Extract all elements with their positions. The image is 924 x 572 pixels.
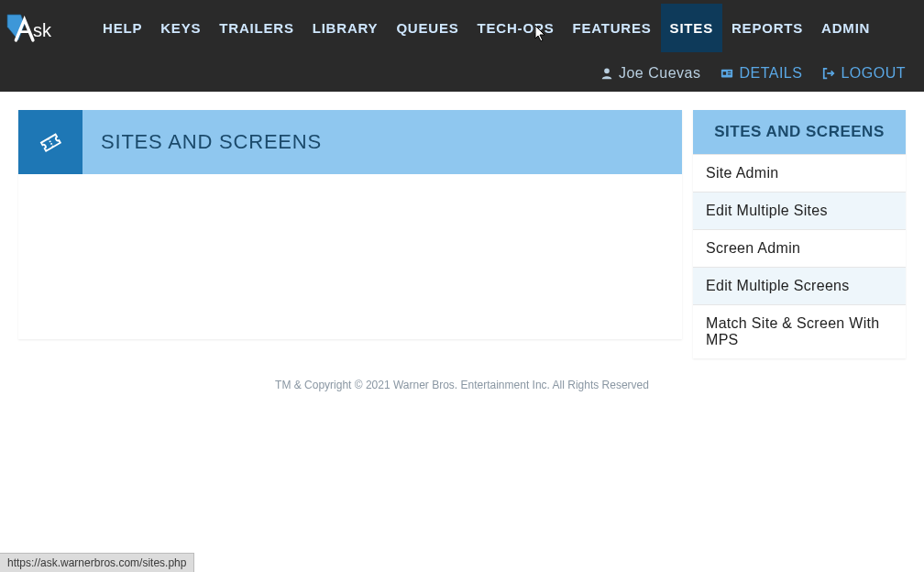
user-icon [600, 67, 613, 80]
side-item-site-admin[interactable]: Site Admin [693, 154, 906, 192]
nav-admin[interactable]: ADMIN [812, 4, 879, 52]
main-panel-header: SITES AND SCREENS [18, 110, 682, 174]
nav-queues[interactable]: QUEUES [387, 4, 468, 52]
top-bar: sk HELPKEYSTRAILERSLIBRARYQUEUESTECH-OPS… [0, 0, 924, 92]
main-panel-title: SITES AND SCREENS [82, 110, 322, 174]
user-row: Joe Cuevas DETAILS LOGOUT [0, 55, 924, 92]
id-card-icon [720, 67, 733, 80]
side-item-screen-admin[interactable]: Screen Admin [693, 229, 906, 267]
nav-tech-ops[interactable]: TECH-OPS [468, 4, 564, 52]
side-panel-title: SITES AND SCREENS [693, 110, 906, 154]
details-link[interactable]: DETAILS [720, 65, 802, 82]
ticket-icon [18, 110, 82, 174]
logout-link[interactable]: LOGOUT [822, 65, 906, 82]
browser-status-bar: https://ask.warnerbros.com/sites.php [0, 553, 194, 572]
nav-library[interactable]: LIBRARY [303, 4, 388, 52]
svg-line-7 [49, 138, 53, 147]
nav-reports[interactable]: REPORTS [722, 4, 812, 52]
logout-icon [822, 67, 835, 80]
app-logo[interactable]: sk [4, 5, 77, 50]
main-panel: SITES AND SCREENS [18, 110, 682, 339]
nav-sites[interactable]: SITES [661, 4, 722, 52]
nav-row: sk HELPKEYSTRAILERSLIBRARYQUEUESTECH-OPS… [0, 0, 924, 55]
nav-features[interactable]: FEATURES [563, 4, 660, 52]
nav-help[interactable]: HELP [94, 4, 151, 52]
nav-trailers[interactable]: TRAILERS [210, 4, 302, 52]
content-area: SITES AND SCREENS SITES AND SCREENS Site… [0, 92, 924, 377]
main-nav: HELPKEYSTRAILERSLIBRARYQUEUESTECH-OPSFEA… [94, 4, 879, 52]
side-item-match-site-screen-with-mps[interactable]: Match Site & Screen With MPS [693, 304, 906, 358]
side-item-edit-multiple-sites[interactable]: Edit Multiple Sites [693, 192, 906, 229]
main-panel-body [18, 174, 682, 339]
svg-point-2 [604, 69, 610, 74]
user-name-label: Joe Cuevas [619, 65, 701, 82]
current-user[interactable]: Joe Cuevas [600, 65, 701, 82]
nav-keys[interactable]: KEYS [151, 4, 210, 52]
logout-label: LOGOUT [841, 65, 906, 82]
details-label: DETAILS [739, 65, 802, 82]
side-item-edit-multiple-screens[interactable]: Edit Multiple Screens [693, 267, 906, 304]
svg-rect-4 [723, 72, 727, 75]
side-panel: SITES AND SCREENS Site AdminEdit Multipl… [693, 110, 906, 358]
footer-text: TM & Copyright © 2021 Warner Bros. Enter… [0, 379, 924, 391]
svg-text:sk: sk [33, 20, 52, 40]
